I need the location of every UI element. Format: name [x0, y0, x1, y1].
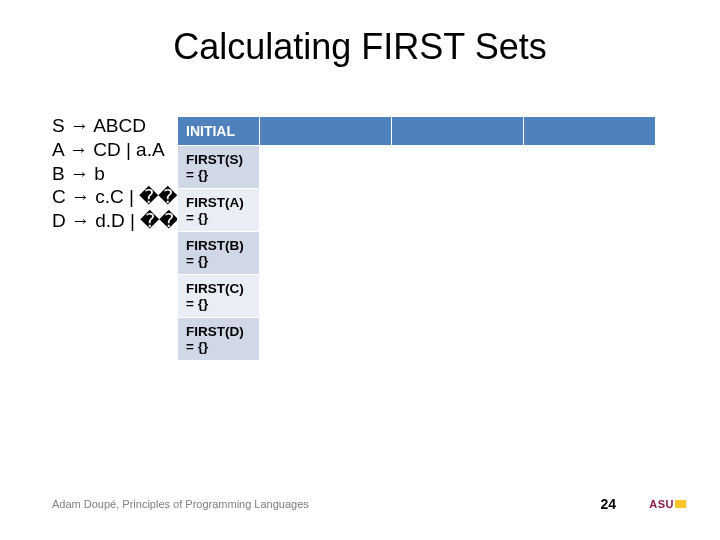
- cell-first-a: FIRST(A) = {}: [178, 189, 260, 232]
- col-header-initial: INITIAL: [178, 117, 260, 146]
- table: INITIAL FIRST(S) = {} FIRST(A) = {}: [177, 116, 656, 361]
- cell-value: = {}: [186, 167, 251, 182]
- grammar-block: S → ABCD A → CD | a.A B → b C → c.C | ��…: [52, 114, 178, 233]
- first-sets-table: INITIAL FIRST(S) = {} FIRST(A) = {}: [177, 116, 656, 361]
- table-row: FIRST(C) = {}: [178, 275, 656, 318]
- grammar-line: A → CD | a.A: [52, 138, 178, 162]
- asu-logo: ASU: [649, 498, 686, 510]
- table-row: FIRST(D) = {}: [178, 318, 656, 361]
- grammar-line: D → d.D | ��: [52, 209, 178, 233]
- page-number: 24: [600, 496, 616, 512]
- table-header-row: INITIAL: [178, 117, 656, 146]
- table-row: FIRST(S) = {}: [178, 146, 656, 189]
- col-header-blank: [260, 117, 392, 146]
- cell-label: FIRST(C): [186, 281, 251, 296]
- grammar-line: S → ABCD: [52, 114, 178, 138]
- cell-first-b: FIRST(B) = {}: [178, 232, 260, 275]
- footer-text: Adam Doupé, Principles of Programming La…: [52, 498, 309, 510]
- cell-value: = {}: [186, 339, 251, 354]
- cell-first-s: FIRST(S) = {}: [178, 146, 260, 189]
- cell-value: = {}: [186, 296, 251, 311]
- cell-label: FIRST(A): [186, 195, 251, 210]
- slide-title: Calculating FIRST Sets: [0, 0, 720, 68]
- cell-label: FIRST(D): [186, 324, 251, 339]
- cell-value: = {}: [186, 210, 251, 225]
- cell-label: FIRST(S): [186, 152, 251, 167]
- table-row: FIRST(A) = {}: [178, 189, 656, 232]
- col-header-blank: [392, 117, 524, 146]
- grammar-line: C → c.C | ��: [52, 185, 178, 209]
- cell-label: FIRST(B): [186, 238, 251, 253]
- slide: Calculating FIRST Sets S → ABCD A → CD |…: [0, 0, 720, 540]
- cell-value: = {}: [186, 253, 251, 268]
- cell-first-c: FIRST(C) = {}: [178, 275, 260, 318]
- logo-bar-icon: [675, 500, 686, 508]
- table-row: FIRST(B) = {}: [178, 232, 656, 275]
- grammar-line: B → b: [52, 162, 178, 186]
- col-header-blank: [524, 117, 656, 146]
- logo-text: ASU: [649, 498, 674, 510]
- cell-first-d: FIRST(D) = {}: [178, 318, 260, 361]
